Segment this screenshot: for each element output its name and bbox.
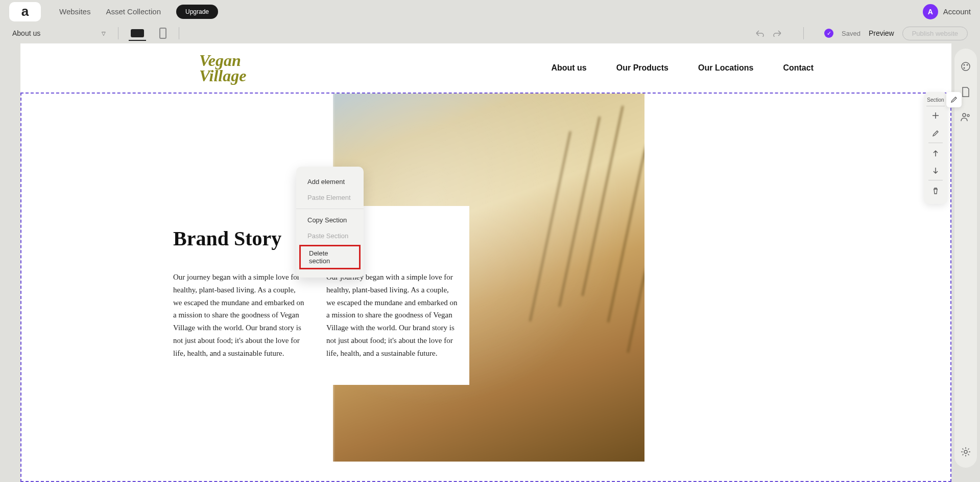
upgrade-button[interactable]: Upgrade xyxy=(176,5,218,19)
avatar[interactable]: A xyxy=(923,4,938,19)
edit-button[interactable] xyxy=(924,124,947,141)
move-up-button[interactable] xyxy=(924,144,947,162)
plus-icon xyxy=(932,112,939,119)
mobile-icon xyxy=(159,28,166,39)
brand-line1: Vegan xyxy=(199,53,246,68)
page-selector[interactable]: About us ▽ xyxy=(12,29,106,37)
mobile-view-button[interactable] xyxy=(159,28,166,39)
palette-icon xyxy=(960,61,971,72)
divider xyxy=(179,27,179,39)
section-toolbar: Section xyxy=(924,92,947,204)
text-column-2[interactable]: Our journey began with a simple love for… xyxy=(326,271,459,359)
ctx-delete-section[interactable]: Delete section xyxy=(299,245,361,269)
top-links: Websites Asset Collection Upgrade xyxy=(59,5,218,19)
nav-locations[interactable]: Our Locations xyxy=(698,63,753,73)
redo-button[interactable] xyxy=(773,30,783,37)
page-selector-label: About us xyxy=(12,29,40,37)
svg-point-0 xyxy=(962,62,970,71)
move-down-button[interactable] xyxy=(924,162,947,179)
text-columns: Our journey began with a simple love for… xyxy=(173,271,469,359)
saved-check-icon: ✓ xyxy=(824,29,833,38)
secondary-right: ✓ Saved Preview Publish website xyxy=(754,27,968,40)
brand-line2: Village xyxy=(199,68,246,83)
selected-section[interactable]: Brand Story Our journey began with a sim… xyxy=(20,93,951,482)
account-link[interactable]: Account xyxy=(943,7,971,16)
divider xyxy=(928,143,943,143)
edit-section-button[interactable] xyxy=(946,92,962,107)
undo-button[interactable] xyxy=(754,30,764,37)
desktop-icon xyxy=(131,29,144,37)
nav-about[interactable]: About us xyxy=(551,63,586,73)
arrow-up-icon xyxy=(933,150,939,157)
add-section-button[interactable] xyxy=(924,106,947,124)
delete-button[interactable] xyxy=(924,181,947,199)
desktop-view-button[interactable] xyxy=(131,29,144,37)
pencil-icon xyxy=(950,96,958,103)
canvas: Vegan Village About us Our Products Our … xyxy=(20,43,951,482)
chevron-down-icon: ▽ xyxy=(102,31,106,36)
saved-label: Saved xyxy=(842,30,861,37)
gear-icon xyxy=(960,446,971,457)
pencil-icon xyxy=(932,130,939,137)
trash-icon xyxy=(932,187,939,194)
right-tool-rail xyxy=(954,49,977,468)
top-right: A Account xyxy=(923,4,971,19)
svg-point-2 xyxy=(967,64,968,66)
section-toolbar-label: Section xyxy=(926,97,945,106)
device-switcher xyxy=(131,28,166,39)
nav-asset-collection[interactable]: Asset Collection xyxy=(106,7,161,16)
app-logo[interactable]: a xyxy=(9,2,41,21)
divider xyxy=(803,27,804,39)
settings-button[interactable] xyxy=(960,446,971,457)
page-icon xyxy=(961,86,971,98)
svg-point-4 xyxy=(963,113,966,117)
preview-button[interactable]: Preview xyxy=(869,29,894,37)
nav-products[interactable]: Our Products xyxy=(616,63,668,73)
brand-logo[interactable]: Vegan Village xyxy=(199,53,246,84)
site-nav: About us Our Products Our Locations Cont… xyxy=(551,63,814,73)
secondary-bar: About us ▽ ✓ Saved Preview Publish websi… xyxy=(0,23,980,43)
theme-button[interactable] xyxy=(960,61,971,72)
context-menu: Add element Paste Element Copy Section P… xyxy=(296,167,364,278)
svg-point-5 xyxy=(967,114,969,117)
publish-button[interactable]: Publish website xyxy=(902,27,968,40)
arrow-down-icon xyxy=(933,167,939,174)
site-header: Vegan Village About us Our Products Our … xyxy=(20,43,951,93)
people-icon xyxy=(960,112,971,122)
ctx-paste-section: Paste Section xyxy=(296,228,364,244)
page-button[interactable] xyxy=(961,86,971,98)
nav-contact[interactable]: Contact xyxy=(783,63,814,73)
collab-button[interactable] xyxy=(960,112,971,122)
divider xyxy=(118,27,118,39)
nav-websites[interactable]: Websites xyxy=(59,7,90,16)
ctx-add-element[interactable]: Add element xyxy=(296,174,364,190)
ctx-copy-section[interactable]: Copy Section xyxy=(296,212,364,228)
svg-point-6 xyxy=(964,450,967,453)
divider xyxy=(928,180,943,180)
ctx-paste-element: Paste Element xyxy=(296,190,364,205)
top-bar: a Websites Asset Collection Upgrade A Ac… xyxy=(0,0,980,23)
svg-point-1 xyxy=(964,64,965,66)
text-column-1[interactable]: Our journey began with a simple love for… xyxy=(173,271,306,359)
svg-point-3 xyxy=(964,67,965,69)
divider xyxy=(296,209,364,209)
